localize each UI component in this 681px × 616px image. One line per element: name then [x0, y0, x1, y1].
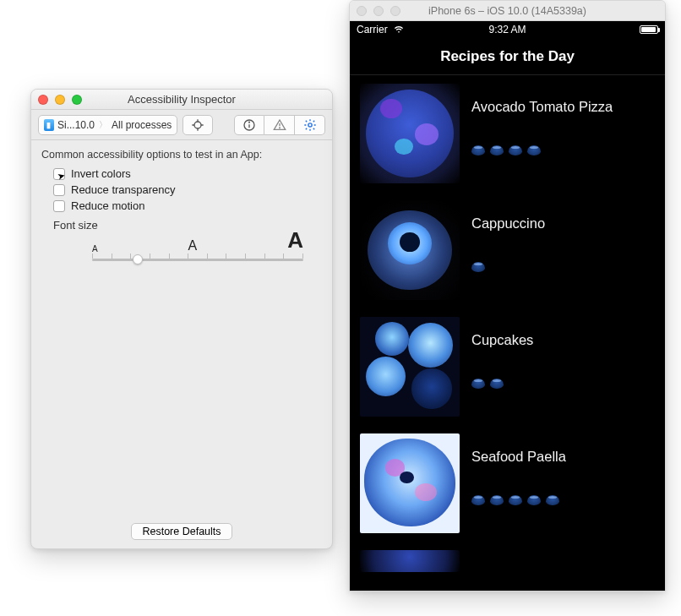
slider-label-mid: A	[188, 238, 198, 253]
invert-colors-checkbox[interactable]: ➤	[53, 168, 65, 180]
recipe-title: Seafood Paella	[471, 449, 566, 465]
close-window-button[interactable]	[38, 95, 48, 105]
rating-icon	[471, 145, 485, 155]
inspector-toolbar: ▮ Si...10.0 〉 All processes	[31, 110, 332, 140]
rating-icon	[509, 145, 522, 155]
recipe-row[interactable]: Avocado Tomato Pizza	[350, 75, 665, 192]
reduce-transparency-label: Reduce transparency	[71, 183, 176, 196]
rating-icon	[471, 495, 485, 505]
status-time: 9:32 AM	[457, 24, 558, 35]
svg-point-9	[279, 127, 280, 128]
rating-icon	[546, 495, 559, 505]
process-label: All processes	[112, 119, 172, 131]
recipe-title: Cappuccino	[471, 215, 545, 232]
close-window-button[interactable]	[357, 6, 367, 16]
recipe-rating	[471, 145, 613, 155]
slider-label-large: A	[287, 227, 303, 253]
recipe-title: Cupcakes	[471, 332, 533, 348]
recipe-row[interactable]: Seafood Paella	[350, 425, 665, 542]
gear-icon	[303, 118, 317, 132]
recipe-row[interactable]: Cupcakes	[350, 308, 665, 425]
warning-icon	[273, 118, 286, 132]
zoom-window-button[interactable]	[72, 95, 82, 105]
nav-title: Recipes for the Day	[440, 48, 575, 65]
slider-scale-labels: A A A	[92, 235, 303, 253]
wifi-icon	[393, 23, 405, 37]
chevron-right-icon: 〉	[99, 119, 107, 131]
slider-track	[92, 259, 303, 261]
restore-defaults-button[interactable]: Restore Defaults	[131, 523, 232, 540]
rating-icon	[527, 145, 541, 155]
inspector-body: Common accessibility options to test in …	[31, 140, 332, 275]
reduce-transparency-checkbox[interactable]	[53, 184, 65, 196]
svg-point-0	[194, 122, 201, 128]
recipe-title: Avocado Tomato Pizza	[471, 99, 613, 115]
invert-colors-label: Invert colors	[71, 167, 131, 180]
inspection-target-selector[interactable]: ▮ Si...10.0 〉 All processes	[38, 115, 177, 135]
rating-icon	[527, 495, 541, 505]
recipe-thumbnail	[360, 317, 460, 417]
traffic-lights	[38, 95, 82, 105]
recipe-thumbnail	[360, 200, 460, 300]
recipe-row[interactable]: Cappuccino	[350, 192, 665, 308]
audit-mode-button[interactable]	[264, 115, 295, 135]
crosshair-icon	[191, 118, 204, 132]
minimize-window-button[interactable]	[373, 6, 384, 16]
font-size-label: Font size	[53, 219, 322, 232]
rating-icon	[509, 495, 522, 505]
cursor-icon: ➤	[56, 170, 66, 183]
recipe-thumbnail	[360, 550, 460, 572]
recipe-thumbnail	[360, 433, 460, 533]
recipe-rating	[471, 495, 566, 505]
reduce-motion-label: Reduce motion	[71, 199, 144, 212]
phone-screen: Carrier 9:32 AM Recipes for the Day Avoc…	[350, 21, 665, 591]
info-mode-button[interactable]	[234, 115, 264, 135]
minimize-window-button[interactable]	[55, 95, 65, 105]
recipe-rating	[471, 379, 533, 389]
rating-icon	[490, 379, 504, 389]
window-titlebar[interactable]: Accessibility Inspector	[31, 90, 332, 110]
target-label: Si...10.0	[57, 119, 95, 131]
rating-icon	[471, 262, 485, 272]
section-heading: Common accessibility options to test in …	[41, 149, 322, 161]
simulator-icon: ▮	[44, 119, 54, 131]
slider-thumb[interactable]	[133, 254, 143, 264]
status-bar: Carrier 9:32 AM	[350, 21, 665, 38]
battery-icon	[640, 25, 658, 34]
reduce-transparency-row[interactable]: Reduce transparency	[53, 183, 322, 196]
simulator-window: iPhone 6s – iOS 10.0 (14A5339a) Carrier …	[349, 0, 666, 591]
font-size-slider[interactable]: A A A	[92, 235, 303, 269]
recipe-rating	[471, 262, 545, 272]
inspector-footer: Restore Defaults	[31, 523, 332, 540]
rating-icon	[490, 145, 504, 155]
reduce-motion-row[interactable]: Reduce motion	[53, 199, 322, 212]
reduce-motion-checkbox[interactable]	[53, 200, 65, 212]
zoom-window-button[interactable]	[390, 6, 400, 16]
svg-point-10	[308, 123, 311, 126]
target-picker-button[interactable]	[183, 115, 213, 135]
slider-label-small: A	[92, 244, 98, 253]
rating-icon	[490, 495, 504, 505]
nav-bar: Recipes for the Day	[350, 38, 665, 75]
svg-point-7	[249, 122, 250, 123]
accessibility-inspector-window: Accessibility Inspector ▮ Si...10.0 〉 Al…	[30, 89, 333, 549]
info-icon	[242, 118, 256, 132]
carrier-label: Carrier	[357, 24, 388, 35]
rating-icon	[471, 379, 485, 389]
recipe-thumbnail	[360, 84, 460, 183]
traffic-lights	[357, 6, 400, 16]
settings-mode-button[interactable]	[295, 115, 325, 135]
invert-colors-row[interactable]: ➤ Invert colors	[53, 167, 322, 180]
simulator-titlebar[interactable]: iPhone 6s – iOS 10.0 (14A5339a)	[350, 1, 665, 21]
recipe-list[interactable]: Avocado Tomato Pizza Cappuccino Cu	[350, 75, 665, 591]
inspector-mode-segment	[234, 115, 325, 135]
recipe-row[interactable]	[350, 542, 665, 572]
